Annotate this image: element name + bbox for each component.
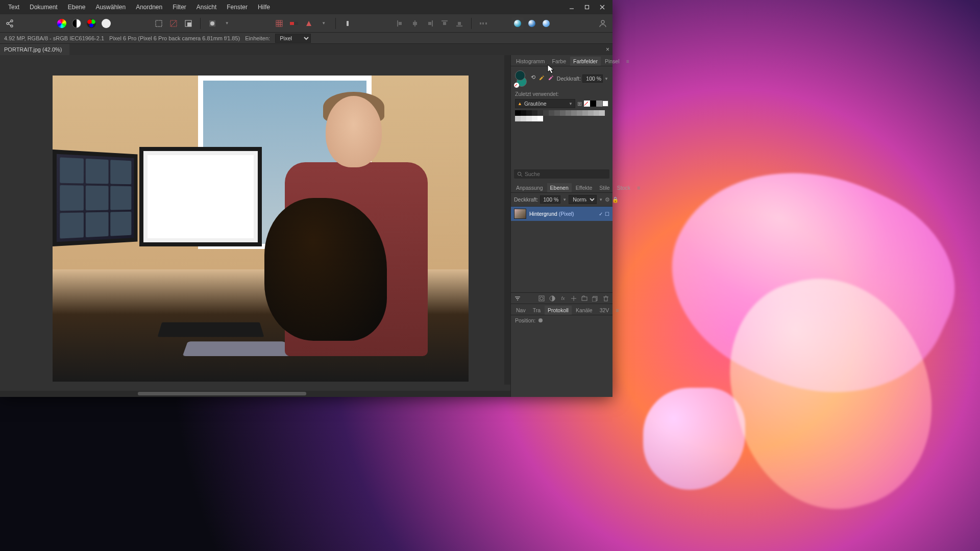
- units-select[interactable]: Pixel: [275, 34, 311, 43]
- tab-stock[interactable]: Stock: [614, 183, 633, 192]
- tab-32v[interactable]: 32V: [597, 306, 612, 315]
- tab-histogramm[interactable]: Histogramm: [513, 57, 548, 66]
- menu-fenster[interactable]: Fenster: [222, 2, 253, 13]
- swatch-cell[interactable]: [594, 110, 599, 116]
- swatch-white[interactable]: [602, 101, 608, 107]
- swatch-cell[interactable]: [566, 110, 571, 116]
- layer-row[interactable]: Hintergrund (Pixel) ✓ ☐: [511, 207, 612, 221]
- window-close-button[interactable]: [595, 2, 609, 12]
- layer-lock-icon[interactable]: 🔒: [612, 196, 619, 203]
- canvas-area[interactable]: [0, 55, 510, 397]
- blend-mode-select[interactable]: Normal: [569, 195, 597, 204]
- add-fx-icon[interactable]: fx: [558, 294, 568, 303]
- info-icon[interactable]: [341, 17, 354, 30]
- swatch-cell[interactable]: [521, 110, 526, 116]
- tab-kanaele[interactable]: Kanäle: [573, 306, 596, 315]
- document-tab[interactable]: PORTRAIT.jpg (42.0%): [0, 44, 69, 55]
- history-panel-menu-icon[interactable]: ≡: [613, 306, 621, 315]
- opacity-dropdown-icon[interactable]: ▼: [604, 77, 608, 81]
- swatch-cell[interactable]: [537, 110, 543, 116]
- layer-visible-icon[interactable]: ✓: [599, 211, 603, 217]
- layer-panel-menu-icon[interactable]: ≡: [634, 183, 643, 192]
- menu-filter[interactable]: Filter: [167, 2, 191, 13]
- layer-link-icon[interactable]: ☐: [605, 211, 609, 217]
- tab-tra[interactable]: Tra: [530, 306, 544, 315]
- opacity-input[interactable]: [582, 74, 603, 83]
- delete-layer-icon[interactable]: [601, 294, 610, 303]
- tab-farbe[interactable]: Farbe: [549, 57, 569, 66]
- snapping-icon[interactable]: [287, 17, 301, 30]
- deselect-icon[interactable]: [167, 17, 180, 30]
- layer-settings-icon[interactable]: ⚙: [605, 196, 610, 203]
- eyedropper-icon[interactable]: [538, 74, 545, 83]
- swatch-black[interactable]: [590, 101, 596, 107]
- contrast-icon[interactable]: [70, 17, 83, 30]
- tab-pinsel[interactable]: Pinsel: [602, 57, 623, 66]
- swap-colors-icon[interactable]: ⟲: [531, 74, 535, 83]
- menu-anordnen[interactable]: Anordnen: [131, 2, 167, 13]
- white-dot-icon[interactable]: [100, 17, 113, 30]
- quickmask-icon[interactable]: [206, 17, 219, 30]
- add-mask-icon[interactable]: [537, 294, 546, 303]
- swatch-cell[interactable]: [582, 110, 588, 116]
- swatch-cell[interactable]: [577, 110, 582, 116]
- snap-options-icon[interactable]: [302, 17, 315, 30]
- tab-nav[interactable]: Nav: [513, 306, 529, 315]
- tab-farbfelder[interactable]: Farbfelder: [570, 57, 601, 66]
- swatch-cell[interactable]: [532, 110, 537, 116]
- account-icon[interactable]: [596, 17, 609, 30]
- palette-select[interactable]: ▲ Grautöne ▼: [515, 99, 575, 108]
- tab-stile[interactable]: Stile: [596, 183, 612, 192]
- swatch-none[interactable]: [584, 101, 590, 107]
- swatch-cell[interactable]: [526, 116, 532, 121]
- swatch-cell[interactable]: [554, 110, 560, 116]
- group-layers-icon[interactable]: [580, 294, 589, 303]
- tab-ebenen[interactable]: Ebenen: [547, 183, 572, 192]
- color-wheel-icon[interactable]: [55, 17, 68, 30]
- search-input[interactable]: [525, 171, 606, 177]
- swatch-cell[interactable]: [549, 110, 554, 116]
- layer-opacity-input[interactable]: [540, 195, 560, 204]
- canvas-scrollbar-horizontal[interactable]: [0, 391, 510, 397]
- menu-ansicht[interactable]: Ansicht: [191, 2, 222, 13]
- add-swatch-icon[interactable]: [548, 74, 554, 83]
- add-live-filter-icon[interactable]: [569, 294, 578, 303]
- marquee-icon[interactable]: [152, 17, 165, 30]
- swatch-cell[interactable]: [537, 116, 543, 121]
- document-image[interactable]: [53, 76, 469, 382]
- swatch-cell[interactable]: [526, 110, 532, 116]
- swatch-cell[interactable]: [571, 110, 577, 116]
- add-layer-icon[interactable]: [591, 294, 600, 303]
- grid-icon[interactable]: [273, 17, 286, 30]
- tab-protokoll[interactable]: Protokoll: [545, 306, 572, 315]
- tab-anpassung[interactable]: Anpassung: [513, 183, 546, 192]
- menu-text[interactable]: Text: [3, 2, 24, 13]
- menu-dokument[interactable]: Dokument: [24, 2, 63, 13]
- layer-opacity-dropdown-icon[interactable]: ▼: [562, 197, 567, 202]
- tab-close-icon[interactable]: ×: [606, 46, 609, 53]
- quickmask-dropdown-icon[interactable]: ▼: [220, 17, 234, 30]
- layer-filter-icon[interactable]: [513, 294, 522, 303]
- swatch-gray[interactable]: [596, 101, 602, 107]
- foreground-background-swatch[interactable]: [515, 70, 527, 87]
- swatch-cell[interactable]: [543, 110, 549, 116]
- rgb-icon[interactable]: [85, 17, 98, 30]
- swatch-cell[interactable]: [515, 110, 521, 116]
- window-minimize-button[interactable]: [565, 2, 579, 12]
- persona-liquify-icon[interactable]: [526, 17, 538, 30]
- menu-auswaehlen[interactable]: Auswählen: [90, 2, 131, 13]
- persona-photo-icon[interactable]: [511, 17, 524, 30]
- snap-dropdown-icon[interactable]: ▼: [317, 17, 330, 30]
- swatch-cell[interactable]: [599, 110, 605, 116]
- palette-options-icon[interactable]: ⊞: [577, 101, 582, 107]
- swatch-cell[interactable]: [515, 116, 521, 121]
- swatch-cell[interactable]: [560, 110, 566, 116]
- swatch-cell[interactable]: [521, 116, 526, 121]
- swatch-cell[interactable]: [532, 116, 537, 121]
- tab-effekte[interactable]: Effekte: [573, 183, 596, 192]
- menu-hilfe[interactable]: Hilfe: [253, 2, 275, 13]
- position-slider[interactable]: [538, 318, 543, 322]
- persona-develop-icon[interactable]: [540, 17, 552, 30]
- panel-menu-icon[interactable]: ≡: [624, 57, 632, 66]
- add-adjustment-icon[interactable]: [548, 294, 557, 303]
